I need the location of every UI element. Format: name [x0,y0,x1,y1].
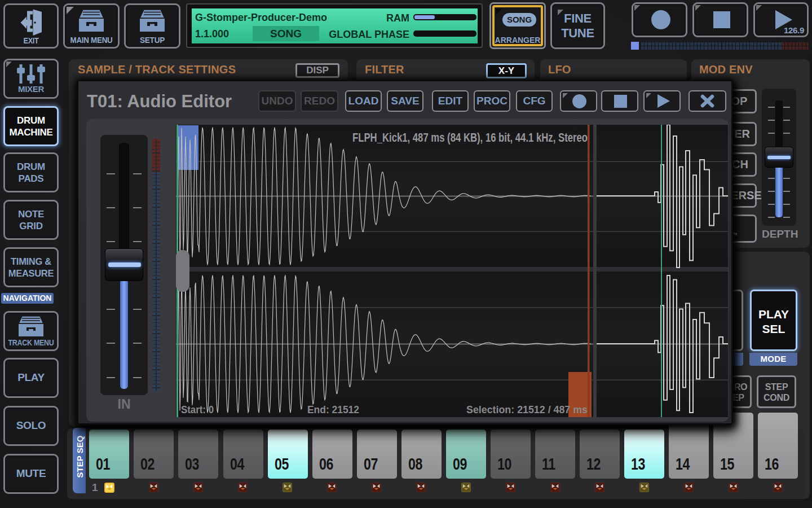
svg-text:End: 21512: End: 21512 [307,404,359,415]
svg-text:MAIN MENU: MAIN MENU [70,36,113,45]
svg-text:TRACK MENU: TRACK MENU [8,338,54,347]
svg-text:MIXER: MIXER [18,84,44,94]
svg-text:FLPH_Kick1, 487 ms (84 KB), 16: FLPH_Kick1, 487 ms (84 KB), 16 bit, 44.1… [352,131,588,144]
svg-text:EXIT: EXIT [24,36,39,45]
svg-text:Start: 0: Start: 0 [181,404,214,415]
svg-text:SETUP: SETUP [140,36,165,45]
svg-text:Selection: 21512 / 487 ms: Selection: 21512 / 487 ms [466,404,588,415]
